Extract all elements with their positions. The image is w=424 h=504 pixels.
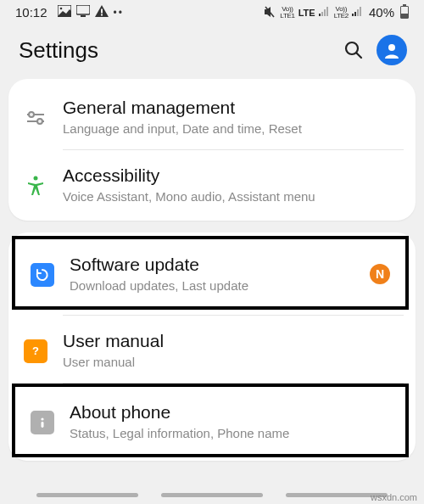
- signal-icon-2: [352, 6, 364, 19]
- svg-text:?: ?: [32, 344, 39, 357]
- svg-rect-12: [354, 12, 356, 16]
- header: Settings: [0, 23, 424, 79]
- more-icon: ••: [114, 7, 124, 19]
- row-software-update[interactable]: Software update Download updates, Last u…: [15, 239, 405, 306]
- info-icon: [31, 411, 54, 434]
- svg-point-25: [41, 417, 43, 420]
- search-icon: [343, 40, 364, 60]
- svg-rect-3: [81, 15, 86, 17]
- highlight-about-phone: About phone Status, Legal information, P…: [12, 384, 409, 457]
- notification-badge: N: [370, 264, 390, 284]
- svg-rect-8: [321, 12, 323, 16]
- profile-button[interactable]: [377, 35, 407, 65]
- status-left: 10:12 ••: [15, 5, 124, 20]
- svg-line-16: [357, 53, 362, 59]
- svg-rect-7: [319, 14, 321, 16]
- svg-point-1: [59, 8, 62, 10]
- svg-point-17: [388, 44, 395, 51]
- row-content: User manual User manual: [63, 331, 400, 369]
- svg-rect-9: [324, 9, 326, 16]
- svg-point-22: [34, 176, 38, 180]
- svg-rect-4: [101, 9, 103, 14]
- update-icon: [31, 263, 54, 287]
- highlight-software-update: Software update Download updates, Last u…: [12, 236, 409, 310]
- settings-group-1: General management Language and input, D…: [8, 79, 416, 221]
- svg-rect-13: [357, 9, 359, 16]
- mute-icon: [263, 6, 276, 20]
- row-title: User manual: [63, 331, 400, 351]
- row-about-phone[interactable]: About phone Status, Legal information, P…: [15, 387, 405, 454]
- battery-icon: [400, 6, 409, 19]
- svg-rect-26: [42, 422, 44, 428]
- svg-rect-2: [76, 5, 90, 14]
- accessibility-icon: [24, 174, 47, 198]
- cast-icon: [76, 5, 90, 20]
- status-lte2: LTE2: [334, 13, 349, 20]
- status-lte1: LTE1: [280, 13, 294, 20]
- gesture-nav-handles[interactable]: [0, 493, 424, 497]
- watermark: wsxdn.com: [371, 492, 417, 502]
- row-content: Accessibility Voice Assistant, Mono audi…: [63, 165, 400, 204]
- svg-point-19: [29, 112, 34, 117]
- status-bar: 10:12 •• Vo)) LTE1 LTE Vo)) LTE2 40%: [0, 0, 424, 23]
- row-general-management[interactable]: General management Language and input, D…: [8, 82, 416, 149]
- signal-icon-1: [319, 6, 331, 19]
- svg-rect-10: [326, 7, 328, 16]
- row-content: Software update Download updates, Last u…: [70, 255, 354, 293]
- row-accessibility[interactable]: Accessibility Voice Assistant, Mono audi…: [8, 150, 416, 217]
- row-subtitle: Download updates, Last update: [70, 278, 354, 293]
- nav-handle-recents[interactable]: [36, 493, 138, 497]
- svg-rect-11: [352, 14, 354, 16]
- status-time: 10:12: [15, 5, 47, 20]
- image-icon: [58, 5, 71, 20]
- status-right: Vo)) LTE1 LTE Vo)) LTE2 40%: [263, 5, 409, 20]
- row-title: Software update: [70, 255, 354, 275]
- row-title: General management: [63, 98, 400, 118]
- svg-rect-14: [360, 7, 361, 16]
- row-user-manual[interactable]: ? User manual User manual: [8, 316, 416, 383]
- status-lte-label: LTE: [298, 8, 315, 18]
- warning-icon: [95, 5, 109, 20]
- row-title: Accessibility: [63, 165, 400, 186]
- settings-group-2: Software update Download updates, Last u…: [8, 232, 416, 461]
- row-content: General management Language and input, D…: [63, 98, 400, 136]
- sliders-icon: [24, 106, 47, 130]
- row-title: About phone: [70, 402, 390, 423]
- row-content: About phone Status, Legal information, P…: [70, 402, 390, 440]
- battery-percent: 40%: [369, 5, 394, 20]
- row-subtitle: Language and input, Date and time, Reset: [63, 121, 400, 136]
- nav-handle-home[interactable]: [161, 493, 263, 497]
- page-title: Settings: [19, 37, 331, 64]
- row-subtitle: User manual: [63, 355, 400, 369]
- manual-icon: ?: [24, 339, 47, 363]
- row-subtitle: Status, Legal information, Phone name: [70, 426, 390, 440]
- row-subtitle: Voice Assistant, Mono audio, Assistant m…: [63, 189, 400, 204]
- svg-point-21: [37, 119, 42, 124]
- svg-rect-5: [101, 14, 103, 16]
- search-button[interactable]: [341, 37, 366, 63]
- person-icon: [383, 42, 400, 59]
